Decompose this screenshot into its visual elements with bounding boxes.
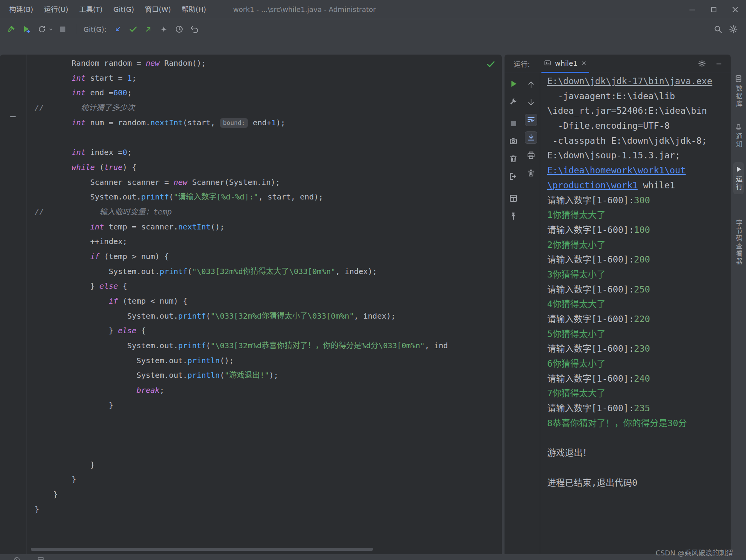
console-link[interactable]: E:\idea\homework\work1\out xyxy=(547,165,686,175)
print-button[interactable] xyxy=(525,149,537,161)
console-line: \production\work1 while1 xyxy=(547,178,727,193)
run-settings-button[interactable] xyxy=(696,58,708,70)
console-link[interactable]: E:\down\jdk\jdk-17\bin\java.exe xyxy=(547,76,712,86)
console-line xyxy=(547,460,727,475)
rerun-icon xyxy=(509,79,518,88)
settings-button[interactable] xyxy=(726,22,741,37)
text-segment: ( xyxy=(187,267,192,276)
restore-layout-button[interactable] xyxy=(507,192,520,204)
text-segment: ( xyxy=(95,163,104,172)
scroll-to-end-toggle[interactable] xyxy=(525,131,537,144)
console-output[interactable]: E:\down\jdk\jdk-17\bin\java.exe -javaage… xyxy=(540,73,731,554)
rerun-icon xyxy=(37,25,47,34)
rerun-button[interactable] xyxy=(35,22,49,37)
soft-wrap-toggle[interactable] xyxy=(525,114,537,126)
git-push-button[interactable] xyxy=(141,22,156,37)
text-segment xyxy=(35,386,137,395)
console-link[interactable]: \production\work1 xyxy=(547,180,638,190)
text-segment: ; xyxy=(127,88,132,97)
menu-item[interactable]: Git(G) xyxy=(108,0,140,19)
text-segment: Random random = xyxy=(35,58,146,68)
inspections-ok-icon[interactable] xyxy=(486,59,496,69)
clear-console-button[interactable] xyxy=(525,167,537,179)
maximize-button[interactable] xyxy=(703,0,724,19)
pin-tab-button[interactable] xyxy=(507,210,520,222)
fold-handle[interactable] xyxy=(10,116,16,117)
idea-window: 构建(B)运行(U)工具(T)Git(G)窗口(W)帮助(H) work1 - … xyxy=(0,0,746,560)
tab-close-icon[interactable] xyxy=(581,60,587,66)
build-button[interactable] xyxy=(4,22,18,37)
stop-process-button[interactable] xyxy=(507,117,520,130)
text-segment: true xyxy=(104,163,123,172)
stripe-item-label: 运行 xyxy=(735,176,742,191)
menu-item[interactable]: 构建(B) xyxy=(4,0,38,19)
minimize-icon xyxy=(715,60,723,68)
console-line: 游戏退出！ xyxy=(547,445,727,460)
close-button[interactable] xyxy=(724,0,746,19)
run-tab-while1[interactable]: while1 xyxy=(541,55,589,73)
text-segment: 220 xyxy=(634,314,650,324)
edit-run-config-button[interactable] xyxy=(507,95,520,108)
stripe-item-run[interactable]: 运行 xyxy=(733,162,744,194)
text-segment: 3你猜得太小了 xyxy=(547,269,606,279)
code-line: } xyxy=(35,502,502,517)
git-rollback-button[interactable] xyxy=(187,22,202,37)
code-line: if (temp < num) { xyxy=(35,294,502,309)
console-line: E:\down\jdk\jdk-17\bin\java.exe xyxy=(547,74,727,89)
git-commit-icon xyxy=(128,25,138,34)
text-segment: ); xyxy=(269,371,278,380)
menu-item[interactable]: 工具(T) xyxy=(74,0,108,19)
text-segment: System.out. xyxy=(35,341,178,350)
menu-item[interactable]: 帮助(H) xyxy=(177,0,212,19)
text-segment: { xyxy=(118,281,127,291)
text-segment: 7你猜得太大了 xyxy=(547,388,606,398)
code-line: System.out.println("游戏退出!"); xyxy=(35,368,502,383)
git-update-button[interactable] xyxy=(110,22,125,37)
text-segment: (); xyxy=(211,222,225,231)
text-segment: (temp > num) { xyxy=(100,252,169,261)
text-segment: 200 xyxy=(634,254,650,264)
run-button[interactable] xyxy=(19,22,34,37)
chevron-down-icon[interactable] xyxy=(48,26,54,32)
text-segment xyxy=(35,252,90,261)
stop-button[interactable] xyxy=(55,22,70,37)
stripe-item-bytecode-viewer[interactable]: 字节码查看器 xyxy=(734,216,743,269)
gear-icon xyxy=(729,25,738,34)
text-segment: "请输入数字[%d-%d]:" xyxy=(173,192,258,201)
text-segment: int xyxy=(72,73,85,83)
code-line: // 输入临时变量：temp xyxy=(35,204,502,219)
minimize-button[interactable] xyxy=(681,0,703,19)
git-patch-button[interactable] xyxy=(157,22,171,37)
git-history-icon xyxy=(175,25,184,34)
arrow-down-icon xyxy=(526,98,536,107)
code-area[interactable]: Random random = new Random(); int start … xyxy=(35,56,502,538)
git-commit-button[interactable] xyxy=(126,22,140,37)
next-occurrence-button[interactable] xyxy=(525,96,537,108)
exit-icon xyxy=(509,172,518,181)
prohibit-icon[interactable] xyxy=(13,556,21,560)
text-segment: else xyxy=(100,281,118,291)
toolbar-separator xyxy=(77,24,77,34)
menu-item[interactable]: 窗口(W) xyxy=(140,0,177,19)
text-segment: (start, xyxy=(183,118,220,127)
editor-horizontal-scrollbar[interactable] xyxy=(31,548,373,551)
layout-widget-icon[interactable] xyxy=(37,556,45,560)
text-segment: } xyxy=(35,505,39,514)
rerun-program-button[interactable] xyxy=(507,78,520,90)
prev-occurrence-button[interactable] xyxy=(525,78,537,91)
menu-item[interactable]: 运行(U) xyxy=(38,0,73,19)
gear-icon xyxy=(698,60,706,68)
search-everywhere-button[interactable] xyxy=(711,22,725,37)
stripe-item-database[interactable]: 数据库 xyxy=(733,71,744,111)
exit-button[interactable] xyxy=(507,170,520,183)
wrench-icon xyxy=(509,97,518,106)
stripe-item-notifications[interactable]: 通知 xyxy=(733,120,744,151)
text-segment: "\033[32m%d你猜得太大了\033[0m%n" xyxy=(192,267,335,276)
code-line: System.out.printf("\033[32m%d恭喜你猜对了！，你的得… xyxy=(35,338,502,353)
run-hide-button[interactable] xyxy=(713,58,724,70)
text-segment: } xyxy=(35,281,100,291)
thread-dump-button[interactable] xyxy=(507,135,520,147)
gc-button[interactable] xyxy=(507,153,520,165)
git-history-button[interactable] xyxy=(172,22,186,37)
stop-icon xyxy=(58,25,67,34)
